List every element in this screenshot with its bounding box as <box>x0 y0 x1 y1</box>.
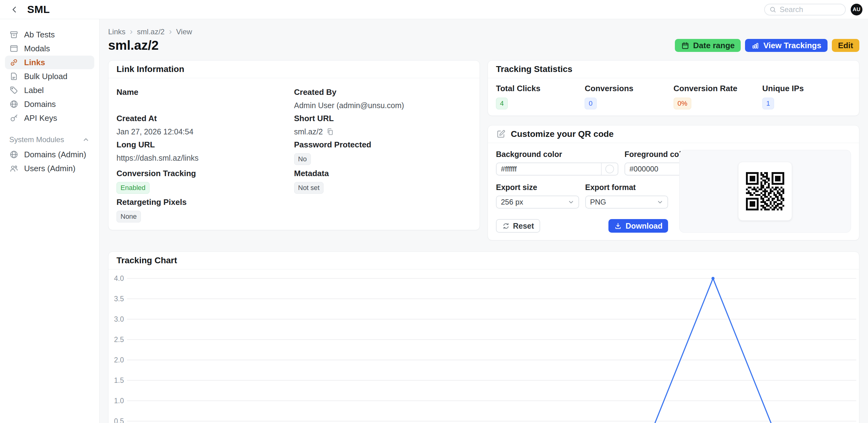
sidebar-item-domains-admin[interactable]: Domains (Admin) <box>5 148 94 161</box>
svg-text:3.0: 3.0 <box>114 315 124 323</box>
export-size-select[interactable]: 256 px <box>496 195 579 209</box>
stat-conversions: Conversions 0 <box>585 84 673 110</box>
edit-square-icon <box>496 129 506 139</box>
qr-customize-card: Customize your QR code Background color <box>488 125 859 240</box>
sidebar-item-label: Bulk Upload <box>24 72 67 81</box>
qr-customize-header: Customize your QR code <box>488 125 859 143</box>
sidebar-item-label: Modals <box>24 44 50 54</box>
export-format-select[interactable]: PNG <box>585 195 669 209</box>
qr-code-svg <box>746 172 784 210</box>
sidebar-item-label: Ab Tests <box>24 30 55 39</box>
sidebar-item-ab-tests[interactable]: Ab Tests <box>5 28 94 41</box>
breadcrumb-short-url[interactable]: sml.az/2 <box>137 28 164 36</box>
status-badge: Enabled <box>117 182 150 194</box>
sidebar-item-label[interactable]: Label <box>5 84 94 97</box>
qr-controls: Background color Foreground color <box>496 150 668 233</box>
card-title: Tracking Statistics <box>496 64 572 74</box>
tracking-chart-svg: 4.03.53.02.52.01.51.00.5 <box>108 269 859 423</box>
search-bar[interactable] <box>764 4 846 16</box>
breadcrumb: Links sml.az/2 View <box>108 27 859 36</box>
sidebar-item-api-keys[interactable]: API Keys <box>5 111 94 125</box>
export-format-control: Export format PNG <box>585 183 669 209</box>
edit-button[interactable]: Edit <box>832 39 859 52</box>
users-icon <box>9 164 19 173</box>
field-retargeting-pixels: Retargeting Pixels None <box>117 194 294 222</box>
tracking-chart-header: Tracking Chart <box>108 252 859 269</box>
app-logo: SML <box>27 3 50 16</box>
sidebar-item-users-admin[interactable]: Users (Admin) <box>5 161 94 175</box>
topbar: SML AU <box>0 0 868 19</box>
refresh-icon <box>502 222 510 230</box>
tag-icon <box>9 86 19 95</box>
breadcrumb-separator <box>169 27 172 36</box>
svg-text:1.0: 1.0 <box>114 397 124 405</box>
breadcrumb-view: View <box>176 28 192 36</box>
sidebar-item-label: Domains <box>24 99 56 109</box>
globe-icon <box>9 150 19 159</box>
svg-text:2.0: 2.0 <box>114 356 124 364</box>
chevron-left-icon <box>10 5 19 14</box>
sidebar-item-modals[interactable]: Modals <box>5 42 94 55</box>
avatar[interactable]: AU <box>851 4 862 16</box>
back-button[interactable] <box>9 4 21 16</box>
sidebar-item-label: API Keys <box>24 113 57 123</box>
stat-unique-ips: Unique IPs 1 <box>762 84 851 110</box>
copy-icon[interactable] <box>326 128 334 135</box>
field-short-url: Short URL sml.az/2 <box>294 111 472 136</box>
field-conversion-tracking: Conversion Tracking Enabled <box>117 165 294 194</box>
status-badge: No <box>294 153 311 165</box>
download-button[interactable]: Download <box>609 219 668 233</box>
date-range-button[interactable]: Date range <box>675 39 741 52</box>
stat-value-badge: 4 <box>496 98 508 110</box>
calendar-icon <box>681 41 689 50</box>
reset-button[interactable]: Reset <box>496 219 540 233</box>
background-color-swatch[interactable] <box>601 163 618 175</box>
status-badge: Not set <box>294 182 324 194</box>
breadcrumb-separator <box>130 27 132 36</box>
background-color-control: Background color <box>496 150 618 176</box>
search-input[interactable] <box>780 5 841 14</box>
export-size-control: Export size 256 px <box>496 183 579 209</box>
sidebar-section-system-modules: System Modules <box>9 135 90 144</box>
tracking-chart: 4.03.53.02.52.01.51.00.5 <box>108 269 859 423</box>
sidebar-item-label: Users (Admin) <box>24 164 75 173</box>
page-actions: Date range View Trackings Edit <box>675 39 859 52</box>
download-icon <box>614 222 622 230</box>
key-icon <box>9 113 19 123</box>
window-icon <box>9 44 19 53</box>
link-information-card: Link Information Name Created By Admin U… <box>108 60 480 230</box>
stat-conversion-rate: Conversion Rate 0% <box>674 84 762 110</box>
right-column: Tracking Statistics Total Clicks 4 Conve… <box>488 60 859 240</box>
link-icon <box>9 58 19 67</box>
field-created-at: Created At Jan 27, 2026 12:04:54 <box>117 111 294 136</box>
field-password-protected: Password Protected No <box>294 137 472 165</box>
link-information-header: Link Information <box>108 61 479 78</box>
breadcrumb-links[interactable]: Links <box>108 28 125 36</box>
tracking-statistics-card: Tracking Statistics Total Clicks 4 Conve… <box>488 60 859 116</box>
sidebar-item-bulk-upload[interactable]: Bulk Upload <box>5 69 94 83</box>
chevron-up-icon[interactable] <box>82 135 90 144</box>
stat-value-badge: 0% <box>674 98 691 110</box>
page-title: sml.az/2 <box>108 38 158 53</box>
background-color-input[interactable] <box>497 165 601 173</box>
card-title: Customize your QR code <box>511 129 614 139</box>
sidebar-item-label: Label <box>24 86 44 95</box>
sidebar: Ab Tests Modals Links Bulk Upload Label … <box>0 19 99 423</box>
view-trackings-button[interactable]: View Trackings <box>745 39 827 52</box>
search-icon <box>769 6 777 13</box>
sidebar-item-links[interactable]: Links <box>5 56 94 69</box>
svg-text:3.5: 3.5 <box>114 295 124 303</box>
card-title: Tracking Chart <box>117 255 177 265</box>
field-metadata: Metadata Not set <box>294 165 472 194</box>
field-long-url: Long URL https://dash.sml.az/links <box>117 137 294 165</box>
svg-text:1.5: 1.5 <box>114 376 124 384</box>
sidebar-section-label: System Modules <box>9 135 64 144</box>
field-created-by: Created By Admin User (admin@unsu.com) <box>294 84 472 110</box>
field-name: Name <box>117 84 294 110</box>
sidebar-item-domains[interactable]: Domains <box>5 97 94 111</box>
sidebar-item-label: Links <box>24 58 45 67</box>
chevron-down-icon <box>656 199 664 206</box>
bar-chart-icon <box>751 41 760 50</box>
svg-text:0.5: 0.5 <box>114 417 124 423</box>
status-badge: None <box>117 211 141 222</box>
